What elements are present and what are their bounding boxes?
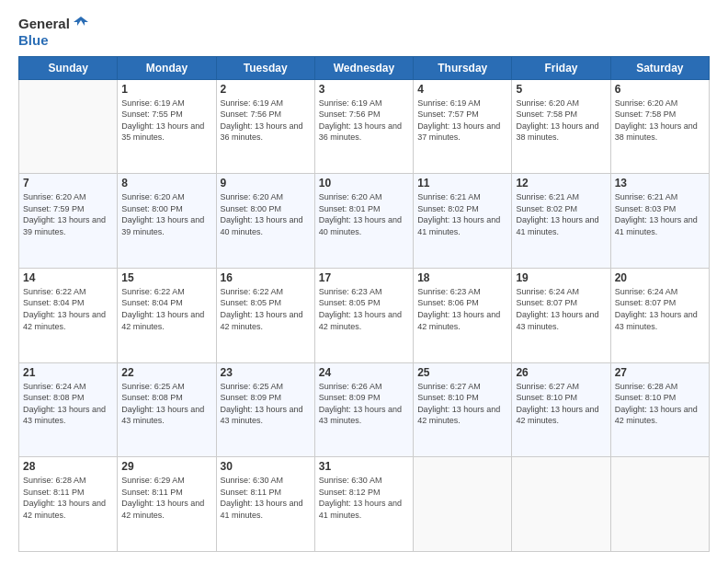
day-number: 26 [516, 366, 606, 379]
table-row [414, 457, 512, 552]
logo-container: General Blue [18, 15, 90, 49]
day-info: Sunrise: 6:19 AMSunset: 7:55 PMDaylight:… [121, 98, 211, 144]
day-number: 13 [615, 177, 705, 190]
day-info: Sunrise: 6:20 AMSunset: 8:00 PMDaylight:… [121, 191, 211, 237]
table-row: 25Sunrise: 6:27 AMSunset: 8:10 PMDayligh… [414, 362, 512, 457]
day-number: 21 [23, 366, 113, 379]
table-row: 12Sunrise: 6:21 AMSunset: 8:02 PMDayligh… [512, 174, 610, 269]
calendar-header-friday: Friday [512, 56, 610, 79]
table-row: 11Sunrise: 6:21 AMSunset: 8:02 PMDayligh… [414, 174, 512, 269]
day-info: Sunrise: 6:25 AMSunset: 8:09 PMDaylight:… [221, 381, 311, 427]
table-row: 26Sunrise: 6:27 AMSunset: 8:10 PMDayligh… [512, 362, 610, 457]
day-info: Sunrise: 6:21 AMSunset: 8:02 PMDaylight:… [516, 191, 606, 237]
day-number: 4 [417, 83, 507, 96]
day-number: 1 [121, 83, 211, 96]
logo: General Blue [18, 15, 90, 49]
day-info: Sunrise: 6:20 AMSunset: 7:59 PMDaylight:… [23, 191, 113, 237]
day-info: Sunrise: 6:29 AMSunset: 8:11 PMDaylight:… [121, 475, 211, 521]
day-number: 24 [319, 366, 409, 379]
table-row: 4Sunrise: 6:19 AMSunset: 7:57 PMDaylight… [414, 79, 512, 174]
table-row: 29Sunrise: 6:29 AMSunset: 8:11 PMDayligh… [118, 457, 216, 552]
table-row: 1Sunrise: 6:19 AMSunset: 7:55 PMDaylight… [118, 79, 216, 174]
day-info: Sunrise: 6:30 AMSunset: 8:12 PMDaylight:… [319, 475, 409, 521]
day-info: Sunrise: 6:27 AMSunset: 8:10 PMDaylight:… [516, 381, 606, 427]
calendar-header-saturday: Saturday [610, 56, 709, 79]
table-row: 28Sunrise: 6:28 AMSunset: 8:11 PMDayligh… [19, 457, 118, 552]
table-row: 7Sunrise: 6:20 AMSunset: 7:59 PMDaylight… [19, 174, 118, 269]
table-row [19, 79, 118, 174]
calendar-header-row: SundayMondayTuesdayWednesdayThursdayFrid… [19, 56, 710, 79]
day-number: 2 [221, 83, 311, 96]
day-number: 22 [121, 366, 211, 379]
table-row: 6Sunrise: 6:20 AMSunset: 7:58 PMDaylight… [610, 79, 709, 174]
day-number: 5 [516, 83, 606, 96]
table-row: 10Sunrise: 6:20 AMSunset: 8:01 PMDayligh… [314, 174, 413, 269]
table-row: 30Sunrise: 6:30 AMSunset: 8:11 PMDayligh… [216, 457, 314, 552]
day-info: Sunrise: 6:22 AMSunset: 8:04 PMDaylight:… [23, 286, 113, 332]
day-info: Sunrise: 6:19 AMSunset: 7:56 PMDaylight:… [221, 98, 311, 144]
day-info: Sunrise: 6:22 AMSunset: 8:05 PMDaylight:… [221, 286, 311, 332]
day-info: Sunrise: 6:22 AMSunset: 8:04 PMDaylight:… [121, 286, 211, 332]
day-info: Sunrise: 6:30 AMSunset: 8:11 PMDaylight:… [221, 475, 311, 521]
day-info: Sunrise: 6:24 AMSunset: 8:08 PMDaylight:… [23, 381, 113, 427]
day-info: Sunrise: 6:20 AMSunset: 7:58 PMDaylight:… [615, 98, 705, 144]
day-info: Sunrise: 6:28 AMSunset: 8:11 PMDaylight:… [23, 475, 113, 521]
calendar-week-row: 7Sunrise: 6:20 AMSunset: 7:59 PMDaylight… [19, 174, 710, 269]
day-number: 11 [417, 177, 507, 190]
day-info: Sunrise: 6:20 AMSunset: 7:58 PMDaylight:… [516, 98, 606, 144]
table-row: 14Sunrise: 6:22 AMSunset: 8:04 PMDayligh… [19, 268, 118, 362]
day-number: 14 [23, 271, 113, 284]
table-row: 21Sunrise: 6:24 AMSunset: 8:08 PMDayligh… [19, 362, 118, 457]
table-row: 31Sunrise: 6:30 AMSunset: 8:12 PMDayligh… [314, 457, 413, 552]
day-number: 10 [319, 177, 409, 190]
day-info: Sunrise: 6:21 AMSunset: 8:02 PMDaylight:… [417, 191, 507, 237]
calendar-header-wednesday: Wednesday [314, 56, 413, 79]
table-row: 24Sunrise: 6:26 AMSunset: 8:09 PMDayligh… [314, 362, 413, 457]
day-number: 12 [516, 177, 606, 190]
logo-blue: Blue [18, 33, 49, 49]
logo-general: General [18, 17, 70, 32]
day-number: 6 [615, 83, 705, 96]
day-number: 31 [319, 460, 409, 473]
day-info: Sunrise: 6:20 AMSunset: 8:00 PMDaylight:… [221, 191, 311, 237]
header: General Blue [18, 15, 710, 49]
day-info: Sunrise: 6:26 AMSunset: 8:09 PMDaylight:… [319, 381, 409, 427]
day-number: 19 [516, 271, 606, 284]
day-number: 15 [121, 271, 211, 284]
calendar-week-row: 14Sunrise: 6:22 AMSunset: 8:04 PMDayligh… [19, 268, 710, 362]
day-number: 16 [221, 271, 311, 284]
day-info: Sunrise: 6:27 AMSunset: 8:10 PMDaylight:… [417, 381, 507, 427]
calendar-table: SundayMondayTuesdayWednesdayThursdayFrid… [18, 56, 710, 553]
table-row [512, 457, 610, 552]
day-number: 17 [319, 271, 409, 284]
day-info: Sunrise: 6:19 AMSunset: 7:56 PMDaylight:… [319, 98, 409, 144]
day-number: 30 [221, 460, 311, 473]
calendar-header-thursday: Thursday [414, 56, 512, 79]
day-info: Sunrise: 6:25 AMSunset: 8:08 PMDaylight:… [121, 381, 211, 427]
calendar-week-row: 28Sunrise: 6:28 AMSunset: 8:11 PMDayligh… [19, 457, 710, 552]
day-info: Sunrise: 6:24 AMSunset: 8:07 PMDaylight:… [516, 286, 606, 332]
table-row: 13Sunrise: 6:21 AMSunset: 8:03 PMDayligh… [610, 174, 709, 269]
table-row: 15Sunrise: 6:22 AMSunset: 8:04 PMDayligh… [118, 268, 216, 362]
table-row: 20Sunrise: 6:24 AMSunset: 8:07 PMDayligh… [610, 268, 709, 362]
day-info: Sunrise: 6:20 AMSunset: 8:01 PMDaylight:… [319, 191, 409, 237]
table-row: 19Sunrise: 6:24 AMSunset: 8:07 PMDayligh… [512, 268, 610, 362]
day-number: 28 [23, 460, 113, 473]
logo-bird-icon [72, 15, 90, 33]
day-number: 20 [615, 271, 705, 284]
calendar-header-tuesday: Tuesday [216, 56, 314, 79]
day-info: Sunrise: 6:24 AMSunset: 8:07 PMDaylight:… [615, 286, 705, 332]
table-row: 22Sunrise: 6:25 AMSunset: 8:08 PMDayligh… [118, 362, 216, 457]
table-row: 23Sunrise: 6:25 AMSunset: 8:09 PMDayligh… [216, 362, 314, 457]
calendar-week-row: 1Sunrise: 6:19 AMSunset: 7:55 PMDaylight… [19, 79, 710, 174]
day-number: 8 [121, 177, 211, 190]
table-row: 9Sunrise: 6:20 AMSunset: 8:00 PMDaylight… [216, 174, 314, 269]
day-info: Sunrise: 6:23 AMSunset: 8:05 PMDaylight:… [319, 286, 409, 332]
day-info: Sunrise: 6:23 AMSunset: 8:06 PMDaylight:… [417, 286, 507, 332]
table-row: 3Sunrise: 6:19 AMSunset: 7:56 PMDaylight… [314, 79, 413, 174]
calendar-header-monday: Monday [118, 56, 216, 79]
table-row: 18Sunrise: 6:23 AMSunset: 8:06 PMDayligh… [414, 268, 512, 362]
day-number: 3 [319, 83, 409, 96]
table-row: 5Sunrise: 6:20 AMSunset: 7:58 PMDaylight… [512, 79, 610, 174]
day-number: 23 [221, 366, 311, 379]
